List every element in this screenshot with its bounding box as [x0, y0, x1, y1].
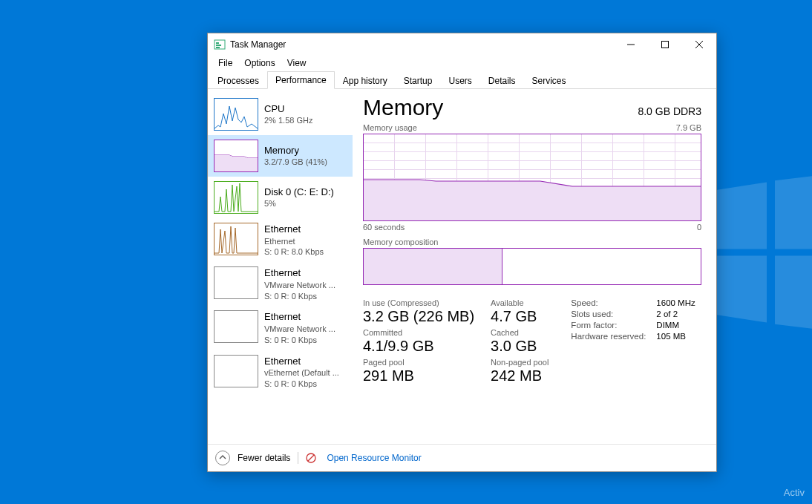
memory-thumb	[214, 140, 258, 172]
sidebar-item-sub: Ethernet	[264, 236, 324, 247]
svg-rect-7	[216, 47, 220, 48]
stat-key: Hardware reserved:	[571, 332, 646, 341]
chart-label-bottom-left: 60 seconds	[363, 223, 405, 232]
sidebar-item-label: Ethernet	[264, 310, 335, 324]
sidebar-item-label: Memory	[264, 144, 327, 157]
resource-monitor-icon	[306, 453, 316, 463]
open-resource-monitor-link[interactable]: Open Resource Monitor	[327, 453, 421, 463]
sidebar-item-ethernet-0[interactable]: Ethernet Ethernet S: 0 R: 8.0 Kbps	[208, 218, 353, 262]
sidebar-item-memory[interactable]: Memory 3.2/7.9 GB (41%)	[208, 135, 353, 177]
tab-performance[interactable]: Performance	[267, 71, 335, 89]
tab-users[interactable]: Users	[440, 72, 479, 89]
tab-details[interactable]: Details	[480, 72, 524, 89]
sidebar-item-sub: 5%	[264, 198, 334, 209]
stats-right: Speed:1600 MHz Slots used:2 of 2 Form fa…	[571, 298, 695, 384]
stat-value: 3.0 GB	[491, 337, 549, 355]
sidebar-item-sub2: S: 0 R: 0 Kbps	[264, 335, 335, 346]
sidebar-item-disk0[interactable]: Disk 0 (C: E: D:) 5%	[208, 177, 353, 218]
chart-label-top-left: Memory usage	[363, 123, 417, 132]
sidebar-item-label: Ethernet	[264, 266, 335, 280]
sidebar-item-label: Disk 0 (C: E: D:)	[264, 186, 334, 199]
stat-val: 2 of 2	[656, 310, 695, 318]
bottombar: Fewer details Open Resource Monitor	[208, 444, 716, 471]
stat-key: Speed:	[571, 298, 646, 307]
ethernet-thumb	[214, 266, 258, 299]
activation-watermark: Activ	[784, 487, 805, 498]
stat-label: Available	[491, 298, 549, 307]
sidebar: CPU 2% 1.58 GHz Memory 3.2/7.9 GB (41%)	[208, 89, 353, 444]
sidebar-item-sub: VMware Network ...	[264, 324, 335, 335]
svg-marker-12	[215, 155, 258, 171]
sidebar-item-sub: 2% 1.58 GHz	[264, 115, 312, 126]
sidebar-item-ethernet-2[interactable]: Ethernet VMware Network ... S: 0 R: 0 Kb…	[208, 306, 353, 350]
fewer-details-icon[interactable]	[215, 451, 230, 465]
cpu-thumb	[214, 98, 258, 131]
tab-app-history[interactable]: App history	[335, 72, 396, 89]
sidebar-item-label: Ethernet	[264, 355, 339, 368]
tab-services[interactable]: Services	[524, 72, 574, 89]
memory-usage-chart[interactable]	[363, 134, 701, 221]
stat-val: 1600 MHz	[656, 298, 695, 307]
chart-label-top-right: 7.9 GB	[676, 123, 701, 132]
composition-in-use	[364, 249, 502, 284]
svg-rect-5	[216, 42, 219, 44]
menubar: File Options View	[208, 56, 716, 71]
svg-marker-3	[775, 255, 812, 334]
sidebar-item-sub: vEthernet (Default ...	[264, 367, 339, 379]
menu-view[interactable]: View	[281, 56, 312, 70]
stat-label: Paged pool	[363, 358, 474, 367]
stat-value: 4.7 GB	[491, 307, 549, 325]
chart-label-bottom-right: 0	[697, 223, 701, 232]
stat-key: Form factor:	[571, 321, 646, 330]
page-title: Memory	[363, 95, 443, 120]
menu-options[interactable]: Options	[238, 56, 281, 70]
tabbar: Processes Performance App history Startu…	[208, 71, 716, 89]
stat-value: 291 MB	[363, 367, 474, 384]
composition-available	[502, 249, 701, 284]
task-manager-window: Task Manager File Options View Processes…	[207, 33, 717, 472]
stat-label: Cached	[491, 328, 549, 337]
stat-val: DIMM	[656, 321, 695, 330]
titlebar[interactable]: Task Manager	[208, 33, 716, 56]
stat-value: 242 MB	[491, 367, 549, 384]
tab-processes[interactable]: Processes	[209, 72, 267, 89]
stat-label: Committed	[363, 328, 474, 337]
app-icon	[214, 39, 226, 50]
main-panel: Memory 8.0 GB DDR3 Memory usage 7.9 GB 6…	[353, 89, 716, 444]
stat-label: In use (Compressed)	[363, 298, 474, 307]
close-button[interactable]	[682, 33, 716, 56]
sidebar-item-label: Ethernet	[264, 223, 324, 236]
svg-marker-13	[364, 180, 701, 220]
sidebar-item-sub: VMware Network ...	[264, 280, 335, 291]
disk-thumb	[214, 181, 258, 214]
sidebar-item-ethernet-1[interactable]: Ethernet VMware Network ... S: 0 R: 0 Kb…	[208, 262, 353, 306]
sidebar-item-label: CPU	[264, 102, 312, 116]
window-title: Task Manager	[230, 39, 286, 50]
svg-rect-9	[662, 42, 669, 48]
tab-startup[interactable]: Startup	[396, 72, 441, 89]
ethernet-thumb	[214, 355, 258, 387]
stats-left: In use (Compressed) 3.2 GB (226 MB) Avai…	[363, 298, 549, 384]
memory-spec: 8.0 GB DDR3	[638, 105, 701, 117]
ethernet-thumb	[214, 310, 258, 343]
stat-value: 4.1/9.9 GB	[363, 337, 474, 355]
sidebar-item-cpu[interactable]: CPU 2% 1.58 GHz	[208, 94, 353, 135]
memory-composition-bar[interactable]	[363, 248, 701, 285]
sidebar-item-sub2: S: 0 R: 0 Kbps	[264, 291, 335, 302]
menu-file[interactable]: File	[212, 56, 238, 70]
svg-line-15	[308, 455, 314, 461]
divider	[298, 452, 298, 464]
sidebar-item-sub: 3.2/7.9 GB (41%)	[264, 157, 327, 168]
minimize-button[interactable]	[614, 33, 648, 56]
composition-label: Memory composition	[363, 238, 701, 246]
sidebar-item-sub2: S: 0 R: 8.0 Kbps	[264, 246, 324, 258]
sidebar-item-ethernet-3[interactable]: Ethernet vEthernet (Default ... S: 0 R: …	[208, 350, 353, 394]
svg-rect-6	[216, 45, 221, 46]
svg-marker-1	[775, 171, 812, 249]
ethernet-thumb	[214, 223, 258, 255]
maximize-button[interactable]	[648, 33, 682, 56]
sidebar-item-sub2: S: 0 R: 0 Kbps	[264, 379, 339, 390]
stat-label: Non-paged pool	[491, 358, 549, 367]
stat-key: Slots used:	[571, 310, 646, 318]
fewer-details-button[interactable]: Fewer details	[238, 453, 290, 463]
